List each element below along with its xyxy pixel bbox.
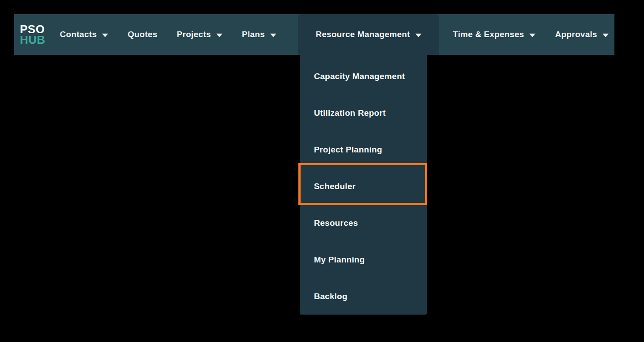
nav-item-label: Approvals <box>555 30 597 39</box>
chevron-down-icon <box>529 34 535 37</box>
menu-item-utilization-report[interactable]: Utilization Report <box>300 95 427 131</box>
menu-item-project-planning[interactable]: Project Planning <box>300 131 427 168</box>
nav-item-resource-management[interactable]: Resource Management Capacity Management … <box>298 14 439 55</box>
nav-item-label: Projects <box>177 30 211 39</box>
nav-item-projects[interactable]: Projects <box>171 14 228 55</box>
menu-item-label: Scheduler <box>314 182 356 191</box>
nav-item-label: Contacts <box>60 30 97 39</box>
menu-item-backlog[interactable]: Backlog <box>300 278 427 315</box>
chevron-down-icon <box>415 34 422 37</box>
chevron-down-icon <box>216 34 222 37</box>
menu-item-capacity-management[interactable]: Capacity Management <box>300 58 427 95</box>
logo-line-hub: HUB <box>20 34 46 45</box>
menu-item-label: Utilization Report <box>314 108 386 118</box>
resource-management-dropdown: Capacity Management Utilization Report P… <box>300 55 427 315</box>
nav-item-contacts[interactable]: Contacts <box>54 14 114 55</box>
menu-item-scheduler[interactable]: Scheduler <box>300 168 427 205</box>
menu-item-label: Backlog <box>314 292 347 301</box>
nav-item-label: Resource Management <box>316 30 410 39</box>
menu-item-my-planning[interactable]: My Planning <box>300 241 427 278</box>
nav-item-plans[interactable]: Plans <box>236 14 282 55</box>
menu-item-label: Capacity Management <box>314 72 405 81</box>
screenshot-canvas: PSO HUB Contacts Quotes Projects Plans R… <box>0 0 644 342</box>
nav-item-time-expenses[interactable]: Time & Expenses <box>447 14 542 55</box>
menu-item-label: My Planning <box>314 255 365 265</box>
nav-item-quotes[interactable]: Quotes <box>122 14 163 55</box>
menu-item-label: Project Planning <box>314 145 382 155</box>
top-navbar: PSO HUB Contacts Quotes Projects Plans R… <box>14 14 614 55</box>
chevron-down-icon <box>603 34 609 37</box>
menu-item-label: Resources <box>314 218 358 228</box>
chevron-down-icon <box>102 34 108 37</box>
menu-item-resources[interactable]: Resources <box>300 205 427 241</box>
chevron-down-icon <box>270 34 276 37</box>
nav-item-label: Plans <box>242 30 265 39</box>
nav-item-approvals[interactable]: Approvals <box>549 14 614 55</box>
nav-item-label: Quotes <box>128 30 157 39</box>
nav-item-label: Time & Expenses <box>453 30 524 39</box>
psohub-logo[interactable]: PSO HUB <box>20 24 46 45</box>
